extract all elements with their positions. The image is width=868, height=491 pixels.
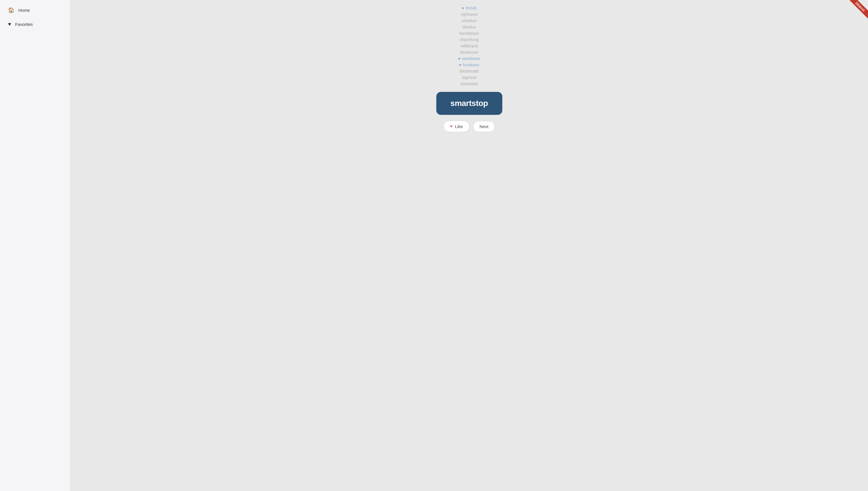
history-item: rightneed [461,12,477,17]
next-button[interactable]: Next [473,121,495,132]
favorite-heart-icon: ♥ [458,57,460,61]
sidebar: 🏠 Home ♥ Favorites [0,0,70,491]
sidebar-item-favorites[interactable]: ♥ Favorites [2,18,68,31]
history-item-label: bigmeat [462,75,477,80]
brand-suffix: stop [472,99,488,108]
brand-prefix: smart [450,99,472,108]
history-item: ♥thrivib [462,6,477,10]
history-item: slowfun [462,25,476,29]
heart-icon: ♥ [8,21,11,27]
main-content: ♥thrivibrightneedcrewbusslowfunharshplac… [70,0,868,491]
brand-display: smartstop [450,99,488,108]
home-icon: 🏠 [8,7,14,13]
history-item-label: drunkrose [460,50,478,55]
history-item: milkbrand [460,44,478,48]
history-item-label: sheetstart [460,82,478,86]
history-item-label: milkbrand [460,44,478,48]
history-item: bigmeat [462,75,477,80]
history-item-label: fundtown [463,63,479,67]
next-label: Next [480,124,488,129]
sidebar-label-favorites: Favorites [15,22,33,27]
action-buttons: ♥ Like Next [444,121,495,132]
history-item: harshplace [459,31,479,36]
like-button[interactable]: ♥ Like [444,121,470,132]
history-item: ♥weirdease [458,56,480,61]
history-item-label: charmlung [460,37,478,42]
history-item-label: weirdease [462,56,480,61]
brand-card: smartstop [436,92,502,115]
history-item-label: thrivib [466,6,477,10]
history-item-label: rightneed [461,12,477,17]
sidebar-label-home: Home [18,8,30,12]
history-item-label: thickhealth [459,69,479,74]
favorite-heart-icon: ♥ [462,6,464,10]
sidebar-item-home[interactable]: 🏠 Home [2,3,68,17]
history-item: crewbus [461,18,477,23]
history-item: sheetstart [460,82,478,86]
favorite-heart-icon: ♥ [459,63,461,67]
history-item: drunkrose [460,50,478,55]
history-item: charmlung [460,37,478,42]
history-item-label: harshplace [459,31,479,36]
history-item: thickhealth [459,69,479,74]
like-label: Like [455,124,463,129]
history-item-label: slowfun [462,25,476,29]
history-item-label: crewbus [461,18,477,23]
like-heart-icon: ♥ [450,124,453,129]
history-list: ♥thrivibrightneedcrewbusslowfunharshplac… [76,6,862,86]
history-item: ♥fundtown [459,63,479,67]
